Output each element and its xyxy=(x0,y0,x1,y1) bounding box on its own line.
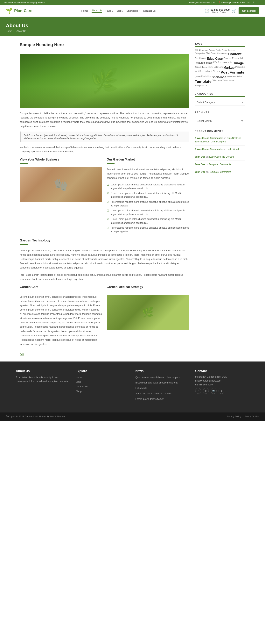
nav-about[interactable]: About Us xyxy=(92,9,102,13)
tag-item[interactable]: Captions xyxy=(228,49,235,51)
tag-item[interactable]: Markup xyxy=(224,66,235,70)
tag-item[interactable]: Pictures xyxy=(213,70,220,74)
tag-item[interactable]: Articles xyxy=(209,49,216,51)
tag-item[interactable]: Image xyxy=(234,61,244,65)
footer-link-contact[interactable]: Contact Us xyxy=(76,385,88,388)
tag-item[interactable]: #8it xyxy=(195,49,198,51)
tag-item[interactable]: Twitter xyxy=(223,80,228,84)
comment-post-link[interactable]: Template: Comments xyxy=(209,163,231,166)
cart-icon[interactable]: 🛒 xyxy=(232,9,236,13)
tag-item[interactable]: Video xyxy=(229,80,235,84)
tag-item[interactable]: Lists xyxy=(214,66,218,70)
comment-post-link[interactable]: Template: Comments xyxy=(209,171,231,173)
categories-title: CATEGORIES xyxy=(195,92,245,97)
footer-news-link-2[interactable]: Broad bean and goats cheese bruschetta xyxy=(136,381,190,384)
tag-item[interactable]: Featured Image xyxy=(195,61,213,65)
footer-main: About Us Exercitation llamco laboris nis… xyxy=(0,362,265,412)
footer-news-link-5[interactable]: Lorem ipsum dolor sit amet xyxy=(136,397,190,401)
twitter-icon[interactable]: t xyxy=(256,1,256,4)
garden-care-underline xyxy=(20,291,28,291)
breadcrumb-home[interactable]: Home xyxy=(6,30,12,32)
footer-news-link-1[interactable]: Quis nostrum exercitationem ullam corpor… xyxy=(136,376,190,379)
tag-item[interactable]: Mothership xyxy=(236,66,245,70)
tag-item[interactable]: Shortcode xyxy=(212,75,226,78)
nav-blog[interactable]: Blog xyxy=(116,9,123,12)
tag-item[interactable]: Must Read xyxy=(195,70,204,74)
tag-item[interactable]: Post Formats xyxy=(221,70,244,74)
tag-item[interactable]: Comments xyxy=(217,52,228,56)
footer-facebook-icon[interactable]: f xyxy=(195,388,201,394)
nav-shortcode[interactable]: Shortcode xyxy=(127,9,140,12)
nav-home[interactable]: Home xyxy=(81,9,88,12)
footer-link-shop[interactable]: Shop xyxy=(76,390,81,393)
footer-link-blog[interactable]: Blog xyxy=(76,380,81,383)
tag-item[interactable]: Alignment xyxy=(199,49,208,51)
body-text-1: Companies seem to dislike the term 'turn… xyxy=(20,111,189,128)
facebook-icon[interactable]: f xyxy=(253,1,254,4)
tag-item[interactable]: Full xyxy=(240,57,243,60)
categories-select[interactable]: Select Category xyxy=(195,99,245,106)
tag-item[interactable]: Edge Case xyxy=(207,57,223,60)
edit-link[interactable]: Edit xyxy=(20,353,189,356)
tags-title: TAGS xyxy=(195,42,245,47)
top-bar-right: ✉ info@youremailhere.com 📍 80 Broklyn Go… xyxy=(189,1,261,4)
footer-explore-title: Explore xyxy=(76,369,130,373)
archives-select[interactable]: Select Month xyxy=(195,118,245,124)
comment-author: A WordPress Commenter xyxy=(195,148,223,150)
tag-item[interactable]: Aside xyxy=(216,49,221,51)
tag-item[interactable]: Chat xyxy=(206,52,210,56)
tag-item[interactable]: Readability xyxy=(201,75,211,78)
comment-post-link[interactable]: Edge Case: No Content xyxy=(209,156,234,158)
tag-item[interactable]: Css xyxy=(195,57,199,60)
tag-item[interactable]: Content xyxy=(228,52,242,56)
tag-item[interactable]: Template xyxy=(195,80,212,84)
clock-icon: 🕐 xyxy=(205,8,209,13)
tag-item[interactable]: Link xyxy=(209,66,213,70)
nav-page[interactable]: Page xyxy=(106,9,113,12)
logo[interactable]: 🌱 PlantCare xyxy=(6,8,32,14)
get-started-button[interactable]: Get Started xyxy=(239,8,259,14)
tag-item[interactable]: Fun xyxy=(218,61,221,65)
tag-item[interactable]: Categories xyxy=(195,52,205,56)
instagram-icon[interactable]: i xyxy=(261,1,261,4)
footer-twitter-icon[interactable]: t xyxy=(219,388,224,394)
nav-contact[interactable]: Contact Us xyxy=(143,9,156,12)
tag-item[interactable]: Love xyxy=(219,66,223,70)
footer-news-link-4[interactable]: Adipiscing elit: Vivamus eu pharetra xyxy=(136,392,190,395)
terms-link[interactable]: Terms Of Use xyxy=(245,415,259,418)
tag-item[interactable]: Codex xyxy=(211,52,216,56)
tag-item[interactable]: Embeds xyxy=(223,57,231,60)
tag-item[interactable]: Quote xyxy=(195,75,201,78)
tag-item[interactable]: Gallery xyxy=(222,61,229,65)
phone-box: 🕐 92 888 666 0000 10:00am - 6:00pm xyxy=(205,8,230,14)
col-right-text: Fusce Lorem ipsum dolor sit amet, consec… xyxy=(107,167,189,180)
tag-item[interactable]: Excerpt xyxy=(232,57,239,60)
tag-item[interactable]: Status xyxy=(237,75,242,78)
tag-item[interactable]: Audio xyxy=(222,49,227,51)
footer-news-link-3[interactable]: Hello world! xyxy=(136,386,190,390)
garden-medical-heading: Garden Medical Strategy xyxy=(107,285,189,289)
garden-tech-section: Garden Technology Lorem ipsum dolor sit … xyxy=(20,238,189,281)
tag-item[interactable]: Html xyxy=(230,61,234,65)
footer-pinterest-icon[interactable]: p xyxy=(203,388,209,394)
body-text-2: We help companies turnaround their non-p… xyxy=(20,145,189,154)
tag-item[interactable]: Demark xyxy=(199,57,206,60)
footer-link-home[interactable]: Home xyxy=(76,376,82,378)
tag-item[interactable]: Standard xyxy=(227,75,236,78)
privacy-policy-link[interactable]: Privacy Policy xyxy=(227,415,241,418)
tag-item[interactable]: Nailed It xyxy=(205,70,212,74)
tag-item[interactable]: FTw xyxy=(213,61,217,65)
tag-item[interactable]: Title xyxy=(218,80,222,84)
phone-hours: 10:00am - 6:00pm xyxy=(211,11,230,14)
pinterest-icon[interactable]: p xyxy=(258,1,259,4)
garden-medical-image: 🌿 xyxy=(107,295,189,330)
tag-item[interactable]: Titled xyxy=(212,80,217,84)
tag-item[interactable]: Wordpress.Tv xyxy=(195,85,207,87)
footer-news-item-1: Quis nostrum exercitationem ullam corpor… xyxy=(136,376,190,379)
comment-post-link[interactable]: Hello World! xyxy=(227,148,239,150)
tag-item[interactable]: Layout xyxy=(202,66,209,70)
garden-tech-underline xyxy=(20,244,28,245)
footer-instagram-icon[interactable]: 📷 xyxy=(211,388,217,394)
garden-care-heading: Garden Care xyxy=(20,285,102,289)
tag-item[interactable]: Jetpack xyxy=(195,66,201,70)
